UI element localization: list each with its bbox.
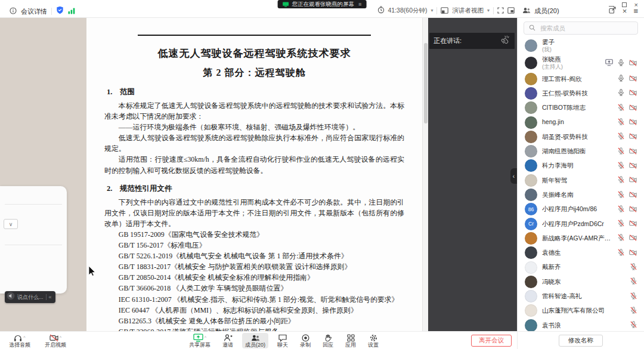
meeting-timer[interactable]: 41:38(60分钟) bbox=[388, 7, 428, 15]
chevron-down-icon[interactable]: ▾ bbox=[487, 8, 490, 13]
mic-muted-icon[interactable] bbox=[618, 131, 624, 142]
member-row[interactable]: 吴振峰名南 bbox=[518, 187, 644, 202]
rename-button[interactable]: 修改名称 bbox=[559, 335, 603, 347]
mic-muted-icon[interactable] bbox=[618, 175, 624, 186]
camera-off-icon[interactable] bbox=[629, 58, 637, 69]
mic-muted-icon[interactable] bbox=[630, 262, 637, 273]
signal-bars-icon[interactable] bbox=[68, 6, 76, 17]
member-row[interactable]: 科力李海明 bbox=[518, 159, 644, 173]
pip-icon[interactable] bbox=[507, 5, 515, 16]
member-row[interactable]: 戴新齐 bbox=[518, 260, 644, 274]
camera-off-icon[interactable] bbox=[629, 146, 637, 157]
camera-off-icon[interactable] bbox=[629, 218, 637, 229]
caption-input-pill[interactable]: 说点什么... « bbox=[5, 291, 55, 303]
maximize-icon[interactable] bbox=[622, 2, 627, 7]
list-icon[interactable]: ≡ bbox=[358, 1, 361, 7]
toolbar-item-screen-share[interactable]: ^ 共享屏幕 bbox=[186, 333, 213, 348]
mic-on-icon[interactable] bbox=[618, 73, 624, 84]
mini-dropdown[interactable]: ∨ bbox=[4, 219, 18, 229]
toolbar-item-members[interactable]: ^ 成员(20) bbox=[242, 333, 268, 348]
member-status-icons bbox=[630, 262, 637, 273]
shield-check-icon[interactable] bbox=[56, 6, 64, 17]
chevron-down-icon[interactable]: ▾ bbox=[431, 8, 433, 13]
member-name: 湖南纽恩驰阳衡 bbox=[542, 147, 613, 155]
toolbar-item-chat[interactable]: ^ 聊天 bbox=[274, 333, 291, 348]
watching-banner[interactable]: 您正在观看张晓燕的屏幕 ≡ bbox=[278, 0, 367, 8]
member-search[interactable] bbox=[524, 21, 638, 35]
minimize-icon[interactable] bbox=[609, 6, 614, 7]
member-row[interactable]: 雷科智途-高礼 bbox=[518, 289, 644, 303]
chevron-left-icon[interactable]: « bbox=[49, 295, 52, 300]
view-mode-button[interactable]: 演讲者视图 bbox=[452, 7, 484, 15]
member-row[interactable]: 胡圣贤-驭势科技 bbox=[518, 129, 644, 144]
mic-muted-icon[interactable] bbox=[630, 276, 637, 287]
camera-off-icon[interactable] bbox=[629, 233, 637, 243]
close-window-icon[interactable]: × bbox=[634, 2, 638, 8]
camera-off-icon[interactable] bbox=[629, 248, 637, 258]
camera-off-icon[interactable] bbox=[629, 73, 637, 84]
member-row[interactable]: 王仁熙-驭势科技 bbox=[518, 86, 644, 100]
member-row[interactable]: 理工雷科-阎欣 bbox=[518, 72, 644, 86]
toolbar-item-gear[interactable]: ^ 设置 bbox=[365, 333, 382, 348]
member-row[interactable]: 新战略李(AGV-AMR产业联盟) bbox=[518, 231, 644, 245]
camera-off-icon[interactable] bbox=[629, 175, 637, 186]
mic-muted-icon[interactable] bbox=[618, 117, 624, 128]
member-row[interactable]: 袁德生 bbox=[518, 246, 644, 260]
meeting-details-label[interactable]: 会议详情 bbox=[21, 7, 47, 16]
toolbar-item-camera-off[interactable]: ^ 开启视频 bbox=[42, 333, 69, 348]
member-row[interactable]: 山东蓬翔汽车有限公司 bbox=[518, 304, 644, 318]
member-row[interactable]: Cr 小程序用户PzdmD6Cr bbox=[518, 217, 644, 231]
mic-muted-icon[interactable] bbox=[630, 320, 637, 331]
mic-on-icon[interactable] bbox=[618, 58, 624, 69]
mic-muted-icon[interactable] bbox=[618, 218, 624, 229]
mic-muted-icon[interactable] bbox=[618, 248, 624, 258]
members-icon bbox=[522, 5, 531, 16]
toolbar-item-invite[interactable]: ^ 邀请 bbox=[219, 333, 236, 348]
toolbar-item-label: 聊天 bbox=[277, 342, 288, 348]
mic-muted-icon[interactable] bbox=[618, 233, 624, 243]
info-icon[interactable] bbox=[10, 6, 17, 17]
scrollbar-thumb[interactable] bbox=[424, 43, 428, 123]
chevron-up-icon[interactable]: ^ bbox=[23, 335, 25, 339]
search-input[interactable] bbox=[539, 24, 633, 32]
camera-off-icon[interactable] bbox=[629, 131, 637, 142]
mic-muted-icon[interactable] bbox=[630, 305, 637, 316]
panel-collapse-handle[interactable]: ‹ bbox=[510, 168, 517, 184]
camera-off-icon[interactable] bbox=[629, 117, 637, 128]
toolbar-item-record[interactable]: ^ 录制 bbox=[297, 333, 314, 348]
member-row[interactable]: 86 小程序用户ij40m/86 bbox=[518, 202, 644, 217]
mic-muted-icon[interactable] bbox=[618, 190, 624, 200]
camera-off-icon[interactable] bbox=[629, 204, 637, 215]
caption-placeholder[interactable]: 说点什么... bbox=[17, 294, 44, 301]
member-row[interactable]: 袁书浪 bbox=[518, 318, 644, 331]
member-row[interactable]: 霎子 (我) bbox=[518, 37, 644, 54]
mic-on-icon[interactable] bbox=[618, 88, 624, 98]
toolbar-item-headphones[interactable]: ^ 选择音频 bbox=[6, 333, 33, 348]
mic-muted-icon[interactable] bbox=[618, 103, 624, 113]
camera-off-icon[interactable] bbox=[629, 190, 637, 200]
member-row[interactable]: heng.jin bbox=[518, 115, 644, 129]
mic-muted-icon[interactable] bbox=[618, 160, 624, 171]
search-icon bbox=[529, 23, 535, 33]
member-row[interactable]: 湖南纽恩驰阳衡 bbox=[518, 144, 644, 158]
mic-muted-icon[interactable] bbox=[618, 146, 624, 157]
toolbar-item-label: 应用 bbox=[345, 342, 356, 348]
toolbar-item-apps[interactable]: ^ 应用 bbox=[342, 333, 359, 348]
member-row[interactable]: 斯年智驾 bbox=[518, 173, 644, 187]
camera-off-icon[interactable] bbox=[629, 160, 637, 171]
leave-meeting-button[interactable]: 离开会议 bbox=[471, 335, 512, 347]
fullscreen-icon[interactable] bbox=[497, 5, 504, 16]
document-scrollbar[interactable] bbox=[422, 18, 428, 331]
chevron-up-icon[interactable]: ^ bbox=[60, 335, 61, 339]
mic-muted-icon[interactable] bbox=[630, 291, 637, 302]
member-row[interactable]: 冯晓东 bbox=[518, 274, 644, 289]
member-row[interactable]: 张晓燕 (主持人) bbox=[518, 54, 644, 72]
camera-off-icon[interactable] bbox=[629, 88, 637, 98]
shared-screen-stage: ∨ 说点什么... « 低速无人驾驶设备远程驾驶系统技术要求 第 2 部分：远程… bbox=[0, 18, 517, 331]
clap-hands-icon[interactable] bbox=[500, 35, 510, 47]
chevron-up-icon[interactable]: ^ bbox=[205, 335, 206, 339]
camera-off-icon[interactable] bbox=[629, 103, 637, 113]
member-row[interactable]: CITIBOT陈增志 bbox=[518, 101, 644, 115]
mic-muted-icon[interactable] bbox=[618, 204, 624, 215]
toolbar-item-hand[interactable]: ^ 回应 bbox=[320, 333, 336, 348]
